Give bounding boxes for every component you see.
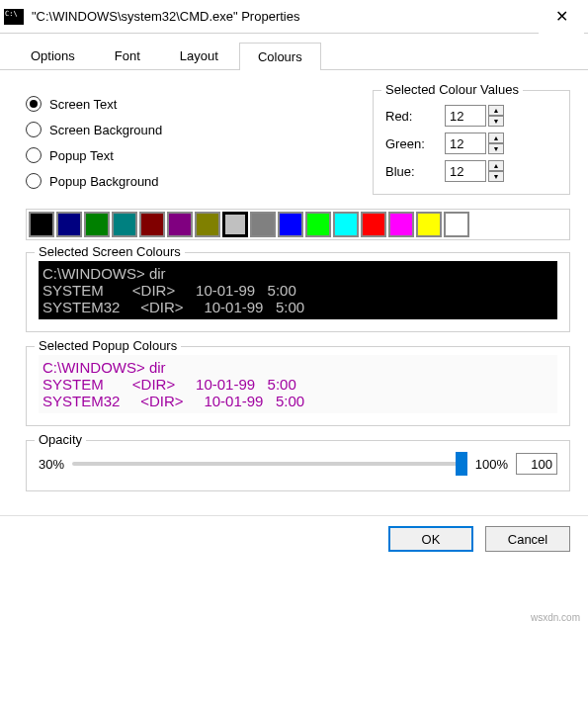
popup-preview-legend: Selected Popup Colours (35, 338, 181, 353)
colour-swatch[interactable] (250, 212, 276, 237)
tab-layout[interactable]: Layout (161, 42, 237, 69)
tab-colours[interactable]: Colours (239, 43, 321, 70)
colour-swatch[interactable] (195, 212, 220, 237)
colour-swatch[interactable] (278, 212, 303, 237)
ok-button[interactable]: OK (388, 526, 473, 552)
red-label: Red: (385, 109, 445, 124)
screen-preview: C:\WINDOWS> dirSYSTEM <DIR> 10-01-99 5:0… (39, 261, 557, 319)
radio-label: Popup Background (49, 174, 159, 189)
radio-label: Screen Text (49, 97, 117, 112)
colour-swatch[interactable] (56, 212, 82, 237)
screen-preview-group: Selected Screen Colours C:\WINDOWS> dirS… (26, 252, 570, 332)
opacity-input[interactable] (516, 453, 557, 475)
red-input[interactable] (445, 105, 486, 127)
preview-line: SYSTEM <DIR> 10-01-99 5:00 (42, 376, 557, 393)
radio-icon (26, 173, 42, 189)
preview-line: C:\WINDOWS> dir (42, 359, 557, 376)
radio-screen-background[interactable]: Screen Background (26, 122, 353, 137)
colour-swatch[interactable] (361, 212, 386, 237)
preview-line: SYSTEM <DIR> 10-01-99 5:00 (42, 282, 557, 299)
close-icon[interactable]: ✕ (539, 0, 584, 34)
colour-swatch[interactable] (222, 212, 248, 237)
colour-swatch[interactable] (139, 212, 165, 237)
cancel-button[interactable]: Cancel (485, 526, 570, 552)
opacity-slider[interactable] (72, 462, 467, 466)
green-down-icon[interactable]: ▼ (488, 143, 504, 154)
radio-screen-text[interactable]: Screen Text (26, 96, 353, 112)
preview-line: SYSTEM32 <DIR> 10-01-99 5:00 (42, 393, 557, 409)
colour-swatches (26, 209, 570, 240)
blue-up-icon[interactable]: ▲ (488, 160, 504, 171)
green-input[interactable] (445, 133, 486, 154)
window-title: "C:\WINDOWS\system32\CMD.exe" Properties (32, 9, 539, 24)
radio-icon (26, 96, 42, 112)
green-label: Green: (385, 136, 445, 151)
popup-preview-group: Selected Popup Colours C:\WINDOWS> dirSY… (26, 346, 570, 426)
preview-line: C:\WINDOWS> dir (42, 265, 557, 282)
opacity-min-label: 30% (39, 457, 64, 472)
blue-label: Blue: (385, 164, 445, 179)
colour-swatch[interactable] (112, 212, 137, 237)
tab-options[interactable]: Options (12, 42, 94, 69)
colour-swatch[interactable] (305, 212, 331, 237)
colour-swatch[interactable] (333, 212, 359, 237)
colour-swatch[interactable] (167, 212, 193, 237)
colour-swatch[interactable] (388, 212, 414, 237)
blue-down-icon[interactable]: ▼ (488, 171, 504, 182)
dialog-buttons: OK Cancel (0, 515, 588, 562)
colour-swatch[interactable] (29, 212, 54, 237)
popup-preview: C:\WINDOWS> dirSYSTEM <DIR> 10-01-99 5:0… (39, 355, 557, 413)
colour-swatch[interactable] (416, 212, 442, 237)
tab-content: Screen Text Screen Background Popup Text… (0, 70, 588, 515)
opacity-max-label: 100% (475, 457, 508, 472)
radio-label: Screen Background (49, 123, 162, 137)
title-bar: "C:\WINDOWS\system32\CMD.exe" Properties… (0, 0, 588, 34)
screen-preview-legend: Selected Screen Colours (35, 244, 185, 259)
red-up-icon[interactable]: ▲ (488, 105, 504, 116)
radio-icon (26, 147, 42, 163)
blue-input[interactable] (445, 160, 486, 182)
radio-popup-background[interactable]: Popup Background (26, 173, 353, 189)
preview-line: SYSTEM32 <DIR> 10-01-99 5:00 (42, 299, 557, 315)
green-up-icon[interactable]: ▲ (488, 133, 504, 143)
radio-popup-text[interactable]: Popup Text (26, 147, 353, 163)
radio-icon (26, 122, 42, 137)
slider-thumb-icon[interactable] (456, 452, 467, 476)
red-down-icon[interactable]: ▼ (488, 116, 504, 127)
radio-label: Popup Text (49, 148, 114, 163)
tab-font[interactable]: Font (96, 42, 159, 69)
colour-values-legend: Selected Colour Values (381, 82, 523, 97)
opacity-group: Opacity 30% 100% (26, 440, 570, 491)
colour-swatch[interactable] (444, 212, 469, 237)
cmd-icon (4, 9, 24, 25)
colour-swatch[interactable] (84, 212, 110, 237)
colour-values-group: Selected Colour Values Red: ▲▼ Green: ▲▼… (373, 90, 570, 195)
colour-target-radios: Screen Text Screen Background Popup Text… (26, 90, 353, 209)
tab-strip: Options Font Layout Colours (0, 34, 588, 70)
opacity-legend: Opacity (35, 432, 86, 447)
